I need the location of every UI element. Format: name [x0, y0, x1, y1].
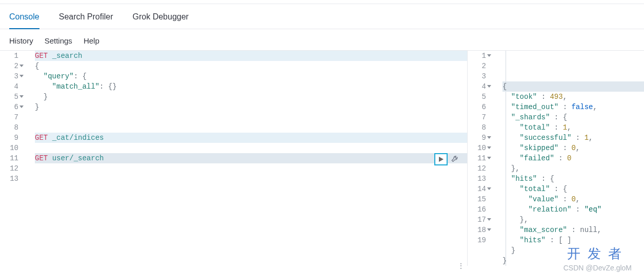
code-line[interactable]: { — [35, 61, 467, 71]
line-number: 3 — [0, 71, 24, 81]
line-number: 1 — [0, 51, 24, 61]
request-gutter: 12345678910111213 — [0, 51, 27, 266]
line-number: 6 — [468, 102, 491, 112]
request-options-button[interactable] — [450, 154, 461, 165]
line-number: 2 — [0, 61, 24, 71]
tab-profiler[interactable]: Search Profiler — [59, 12, 113, 29]
line-number: 4 — [0, 81, 24, 92]
code-line: "_shards" : { — [502, 112, 644, 122]
code-line: "hits" : { — [502, 174, 644, 184]
line-number: 6 — [0, 102, 24, 112]
play-icon — [438, 156, 444, 162]
code-line[interactable]: GET user/_search — [35, 153, 467, 163]
line-number: 16 — [468, 204, 491, 215]
line-number: 5 — [468, 92, 491, 102]
code-line[interactable] — [35, 163, 467, 174]
line-number: 11 — [468, 153, 491, 163]
code-line: "total" : 1, — [502, 122, 644, 133]
request-editor[interactable]: 12345678910111213 GET _search{ "query": … — [0, 51, 467, 266]
code-line[interactable]: "query": { — [35, 71, 467, 81]
response-viewer[interactable]: 12345678910111213141516171819 { "took" :… — [467, 51, 644, 266]
line-number: 17 — [468, 215, 491, 225]
code-line: { — [502, 81, 644, 92]
line-number: 3 — [468, 71, 491, 81]
code-line[interactable]: GET _cat/indices — [35, 133, 467, 143]
line-number: 15 — [468, 194, 491, 204]
line-number: 14 — [468, 184, 491, 194]
line-number: 13 — [0, 174, 24, 184]
resize-handle-icon[interactable]: ⋮ — [457, 262, 466, 270]
code-line: "failed" : 0 — [502, 153, 644, 163]
line-number: 10 — [0, 143, 24, 153]
watermark-brand: 开发者 — [567, 245, 629, 263]
response-code: { "took" : 493, "timed_out" : false, "_s… — [494, 51, 644, 266]
line-number: 7 — [0, 112, 24, 122]
request-actions — [434, 153, 461, 165]
code-line[interactable] — [35, 112, 467, 122]
code-line[interactable] — [35, 174, 467, 184]
code-line: "took" : 493, — [502, 92, 644, 102]
line-number: 4 — [468, 81, 491, 92]
subtab-help[interactable]: Help — [84, 36, 99, 45]
line-number: 13 — [468, 174, 491, 184]
tab-console[interactable]: Console — [9, 12, 39, 29]
code-line[interactable]: } — [35, 102, 467, 112]
code-line: "max_score" : null, — [502, 225, 644, 235]
line-number: 18 — [468, 225, 491, 235]
code-line: "timed_out" : false, — [502, 102, 644, 112]
wrench-icon — [451, 155, 460, 164]
code-line: "hits" : [ ] — [502, 235, 644, 245]
watermark-credit: CSDN @DevZe.gloM — [564, 264, 632, 272]
code-line[interactable]: GET _search — [35, 51, 467, 61]
top-divider — [0, 0, 644, 4]
code-line[interactable] — [35, 143, 467, 153]
code-line: "relation" : "eq" — [502, 204, 644, 215]
code-line: "skipped" : 0, — [502, 143, 644, 153]
code-line: }, — [502, 215, 644, 225]
code-line: "total" : { — [502, 184, 644, 194]
line-number: 19 — [468, 235, 491, 245]
run-request-button[interactable] — [434, 153, 448, 165]
code-line: "value" : 0, — [502, 194, 644, 204]
line-number: 2 — [468, 61, 491, 71]
code-line: }, — [502, 163, 644, 174]
line-number: 9 — [0, 133, 24, 143]
line-number: 7 — [468, 112, 491, 122]
code-line[interactable]: } — [35, 92, 467, 102]
line-number: 9 — [468, 133, 491, 143]
console-subtabs: History Settings Help — [0, 29, 644, 50]
tab-grok[interactable]: Grok Debugger — [133, 12, 189, 29]
subtab-history[interactable]: History — [9, 36, 33, 45]
code-line[interactable]: "match_all": {} — [35, 81, 467, 92]
request-code[interactable]: GET _search{ "query": { "match_all": {} … — [27, 51, 467, 266]
line-number: 8 — [0, 122, 24, 133]
subtab-settings[interactable]: Settings — [45, 36, 72, 45]
code-line: "successful" : 1, — [502, 133, 644, 143]
response-gutter: 12345678910111213141516171819 — [468, 51, 494, 266]
line-number: 1 — [468, 51, 491, 61]
line-number: 5 — [0, 92, 24, 102]
line-number: 12 — [468, 163, 491, 174]
line-number: 12 — [0, 163, 24, 174]
line-number: 10 — [468, 143, 491, 153]
code-line[interactable] — [35, 122, 467, 133]
line-number: 8 — [468, 122, 491, 133]
editor-split: 12345678910111213 GET _search{ "query": … — [0, 50, 644, 266]
line-number: 11 — [0, 153, 24, 163]
main-tabs: Console Search Profiler Grok Debugger — [0, 4, 644, 29]
